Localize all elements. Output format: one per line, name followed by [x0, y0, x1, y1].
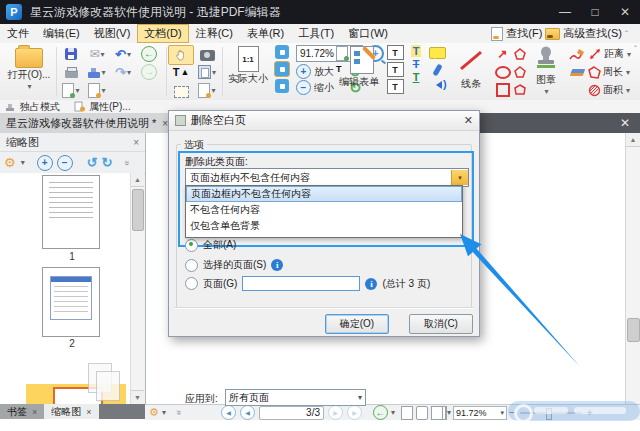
radio-page-range[interactable]: 页面(G) i (总计 3 页) [185, 276, 430, 291]
selected-info-icon[interactable]: i [271, 259, 283, 271]
cancel-button[interactable]: 取消(C) [409, 314, 473, 334]
tabbar-close-icon[interactable]: ✕ [620, 116, 640, 130]
open-caret-icon[interactable]: ▾ [5, 82, 54, 91]
select-text-button[interactable]: T▲ [168, 63, 194, 81]
stamp-pad-button[interactable]: ▾ [84, 63, 110, 81]
rect-shape-button[interactable] [494, 81, 511, 99]
fit-page-icon[interactable] [275, 45, 289, 59]
sticky-note-icon[interactable] [429, 47, 446, 59]
first-page-button[interactable]: ◀ [221, 405, 236, 420]
page-1-thumbnail[interactable] [42, 175, 100, 249]
thumbnail-scrollbar[interactable]: ▲ ▼ [130, 173, 144, 404]
redo-button[interactable]: ↷▾ [110, 63, 136, 81]
menu-view[interactable]: 视图(V) [87, 24, 138, 43]
open-button[interactable]: 打开(O)... [4, 68, 54, 82]
panel-close-icon[interactable]: × [133, 137, 139, 148]
thumb-scroll-up-icon[interactable]: ▲ [131, 173, 144, 187]
thumbnails-tab-close-icon[interactable]: × [86, 407, 91, 417]
strikethrough-text-icon[interactable]: T [413, 58, 420, 70]
edit-form-button[interactable]: 编辑表单 [336, 75, 382, 89]
dropdown-option-1[interactable]: 页面边框内不包含任何内容 [186, 186, 462, 202]
thumb-scrollbar-thumb[interactable] [132, 189, 144, 231]
radio-all-icon[interactable] [185, 239, 198, 252]
advanced-find-button[interactable]: 高级查找(S) [563, 26, 622, 41]
hand-tool-button[interactable] [168, 45, 194, 65]
scrollbar-thumb[interactable] [627, 318, 640, 342]
radio-selected-icon[interactable] [185, 259, 198, 272]
apply-combobox[interactable]: 所有页面 ▾ [225, 389, 366, 406]
page-range-info-icon[interactable]: i [365, 278, 377, 290]
go-back-button[interactable]: ← [136, 45, 162, 63]
polygon-line-button[interactable] [511, 45, 528, 63]
menubar-collapse-icon[interactable]: ˆ [625, 29, 628, 39]
single-page-mode-icon[interactable] [401, 406, 413, 420]
zoom-in-button[interactable]: 放大 [314, 65, 334, 79]
print-button[interactable] [58, 63, 84, 81]
dialog-close-icon[interactable]: ✕ [464, 114, 473, 127]
combo-dropdown-icon[interactable]: ▾ [451, 170, 468, 185]
minimize-button[interactable]: — [550, 0, 580, 24]
menu-comment[interactable]: 注释(C) [189, 24, 240, 43]
cloud-shape-button[interactable] [511, 81, 528, 99]
menu-form[interactable]: 表单(R) [240, 24, 291, 43]
form-text-icon[interactable]: T [336, 64, 348, 74]
last-page-button[interactable]: ▶ [347, 405, 362, 420]
form-field-icon[interactable] [336, 46, 348, 61]
paste-button[interactable]: ▾ [194, 63, 220, 81]
document-tab[interactable]: 星云游戏修改器软件使用说明 * × [0, 113, 175, 133]
zoom-out-icon[interactable]: − [296, 80, 311, 95]
email-button[interactable]: ✉▾ [84, 45, 110, 63]
perimeter-button[interactable]: 周长▾ [588, 63, 638, 81]
page-number-input[interactable]: 3/3 [259, 406, 324, 420]
rotate-cw-icon[interactable]: ↻ [102, 156, 113, 169]
distance-button[interactable]: 距离▾ [588, 45, 638, 63]
oval-shape-button[interactable] [494, 63, 511, 81]
actual-size-icon[interactable]: 1:1 [238, 46, 259, 72]
doc-search-button[interactable]: ▾ [194, 81, 220, 99]
rotate-ccw-icon[interactable]: ↺ [87, 156, 98, 169]
vertical-scrollbar[interactable]: ▲ [625, 133, 640, 404]
zoom-in-icon[interactable]: + [296, 64, 311, 79]
tab-thumbnails[interactable]: 缩略图 × [44, 404, 98, 419]
thumb-zoom-in-icon[interactable]: + [37, 155, 53, 171]
status-zoom-combobox[interactable]: 91.72% ▾ [453, 406, 507, 420]
fit-width-icon[interactable] [274, 61, 290, 77]
attachment-icon[interactable] [432, 64, 442, 77]
actual-size-button[interactable]: 实际大小 [226, 72, 270, 86]
options-gear-icon[interactable]: ⚙ [4, 156, 16, 169]
radio-all-pages[interactable]: 全部(A) [185, 238, 236, 252]
new-page-button[interactable]: ▾ [84, 81, 110, 99]
maximize-button[interactable]: □ [580, 0, 610, 24]
close-button[interactable]: ✕ [610, 0, 640, 24]
next-page-button[interactable]: ▶ [328, 405, 343, 420]
text-replace-icon[interactable]: T [387, 79, 404, 94]
properties-button[interactable]: 属性(P)... [89, 100, 131, 114]
arrow-shape-button[interactable]: ↗ [494, 45, 511, 63]
thumb-zoom-out-icon[interactable]: − [57, 155, 73, 171]
snapshot-button[interactable] [194, 45, 220, 63]
pentagon-shape-button[interactable] [511, 63, 528, 81]
go-forward-button[interactable]: → [136, 63, 162, 81]
pencil-button[interactable] [566, 45, 588, 63]
bookmarks-tab-close-icon[interactable]: × [32, 407, 37, 417]
text-edit-icon[interactable]: T [387, 62, 404, 77]
export-doc-button[interactable]: ▾ [58, 81, 84, 99]
radio-pages-icon[interactable] [185, 277, 198, 290]
view-history-caret-icon[interactable]: ▾ [391, 408, 395, 417]
area-button[interactable]: 面积▾ [588, 81, 638, 99]
status-gear-caret-icon[interactable]: ▾ [162, 408, 166, 417]
text-box-icon[interactable]: T [387, 45, 404, 60]
underline-text-icon[interactable]: T [413, 71, 420, 83]
fit-visible-icon[interactable] [275, 79, 289, 93]
more-tools-icon[interactable]: » [122, 160, 132, 165]
dropdown-option-3[interactable]: 仅包含单色背景 [186, 218, 462, 234]
find-button[interactable]: 查找(F) [506, 26, 542, 41]
line-icon[interactable] [460, 50, 482, 69]
open-file-icon[interactable] [15, 48, 43, 68]
dropdown-option-2[interactable]: 不包含任何内容 [186, 202, 462, 218]
status-expand-icon[interactable]: » [172, 410, 187, 415]
sound-icon[interactable] [432, 81, 442, 89]
two-page-mode-icon[interactable] [431, 406, 443, 420]
page-2-thumbnail[interactable] [42, 267, 100, 337]
page-mode-caret-icon[interactable]: ▾ [447, 408, 451, 417]
